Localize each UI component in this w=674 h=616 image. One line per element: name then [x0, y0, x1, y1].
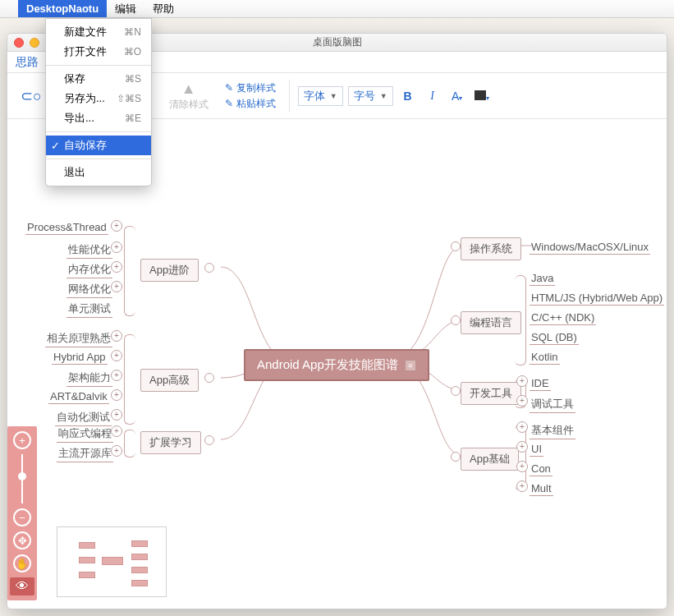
leaf-label: 响应式编程 [58, 427, 112, 439]
node-ext-learn[interactable]: 扩展学习 [140, 431, 201, 454]
node-root[interactable]: Android App开发技能图谱 ≡ [244, 349, 429, 381]
expand-button[interactable]: + [111, 370, 122, 381]
expand-button[interactable]: + [111, 425, 122, 437]
node-port[interactable] [204, 435, 214, 445]
menu-autosave[interactable]: ✓自动保存 [46, 136, 151, 155]
leaf-kotlin[interactable]: Kotlin [530, 351, 560, 365]
tool-clear-style[interactable]: ▲清除样式 [163, 80, 215, 112]
leaf-label: Process&Thread [27, 221, 107, 233]
leaf-perf[interactable]: 性能优化 [66, 242, 112, 259]
menu-help[interactable]: 帮助 [144, 0, 182, 17]
font-select[interactable]: 字体▼ [298, 86, 343, 106]
menu-open-file[interactable]: 打开文件⌘O [46, 42, 151, 62]
zoom-slider[interactable] [21, 454, 23, 503]
leaf-cpp[interactable]: C/C++ (NDK) [530, 311, 596, 325]
shortcut-text: ⌘E [125, 113, 141, 124]
expand-button[interactable]: + [111, 330, 122, 342]
chevron-down-icon: ▼ [330, 92, 337, 100]
node-os[interactable]: 操作系统 [461, 237, 521, 260]
expand-button[interactable]: + [111, 389, 122, 401]
leaf-net[interactable]: 网络优化 [66, 282, 112, 298]
expand-button[interactable]: + [516, 441, 528, 453]
expand-button[interactable]: + [111, 350, 122, 361]
node-port[interactable] [451, 241, 461, 251]
tab-active[interactable]: 思路 [16, 55, 39, 70]
menu-export[interactable]: 导出...⌘E [46, 108, 151, 128]
font-color-button[interactable]: A▾ [447, 90, 467, 103]
leaf-hybrid[interactable]: Hybrid App [52, 351, 108, 365]
tool-node-before[interactable]: ⊂○ [14, 87, 48, 105]
menu-new-file[interactable]: 新建文件⌘N [46, 22, 151, 42]
node-dev-tools[interactable]: 开发工具 [461, 382, 521, 405]
leaf-principle[interactable]: 相关原理熟悉 [45, 331, 112, 347]
leaf-java[interactable]: Java [530, 272, 555, 286]
node-label: App基础 [470, 453, 510, 465]
expand-button[interactable]: + [516, 375, 528, 387]
node-app-senior[interactable]: App高级 [140, 369, 199, 392]
menu-quit-label: 退出 [64, 165, 85, 180]
bold-button[interactable]: B [398, 90, 418, 103]
leaf-label: 调试工具 [531, 398, 574, 410]
leaf-process-thread[interactable]: Process&Thread [25, 221, 108, 235]
expand-button[interactable]: + [516, 395, 528, 407]
expand-button[interactable]: + [516, 461, 528, 472]
minimap[interactable] [57, 526, 167, 597]
tool-paste-style[interactable]: ✎粘贴样式 [225, 97, 276, 111]
font-color-label: A [452, 90, 459, 103]
menu-edit[interactable]: 编辑 [107, 0, 144, 17]
expand-button[interactable]: + [516, 421, 528, 433]
node-port[interactable] [451, 452, 461, 462]
node-port[interactable] [204, 263, 214, 273]
leaf-sql[interactable]: SQL (DB) [530, 331, 579, 345]
expand-button[interactable]: + [111, 281, 122, 292]
leaf-ui[interactable]: UI [530, 443, 543, 457]
node-app-basic[interactable]: App基础 [461, 448, 519, 471]
zoom-slider-knob[interactable] [18, 472, 26, 480]
expand-button[interactable]: + [111, 409, 122, 421]
leaf-arch[interactable]: 架构能力 [66, 370, 112, 387]
zoom-out-button[interactable]: − [13, 508, 31, 526]
hand-button[interactable]: ✋ [13, 554, 31, 572]
expand-button[interactable]: + [111, 445, 122, 457]
leaf-osx[interactable]: Windows/MacOSX/Linux [530, 241, 650, 255]
menu-quit[interactable]: 退出 [46, 163, 151, 182]
tool-copy-style[interactable]: ✎复制样式 [225, 81, 276, 95]
leaf-art[interactable]: ART&Dalvik [48, 390, 109, 404]
menu-save[interactable]: 保存⌘S [46, 69, 151, 89]
leaf-label: Windows/MacOSX/Linux [531, 241, 649, 253]
bracket [124, 226, 135, 316]
expand-button[interactable]: + [111, 261, 122, 273]
leaf-con[interactable]: Con [530, 462, 552, 476]
note-icon[interactable]: ≡ [405, 360, 416, 371]
close-button[interactable] [14, 38, 24, 48]
app-menu[interactable]: DesktopNaotu [18, 0, 107, 17]
expand-button[interactable]: + [111, 241, 122, 253]
expand-button[interactable]: + [111, 220, 122, 232]
size-select[interactable]: 字号▼ [348, 86, 393, 106]
node-port[interactable] [204, 373, 214, 383]
window-title: 桌面版脑图 [313, 35, 362, 49]
leaf-mem[interactable]: 内存优化 [66, 262, 112, 278]
leaf-reactive[interactable]: 响应式编程 [57, 426, 113, 443]
italic-button[interactable]: I [423, 90, 442, 103]
menu-save-as[interactable]: 另存为...⇧⌘S [46, 89, 151, 108]
leaf-html[interactable]: HTML/JS (Hybrid/Web App) [530, 292, 664, 306]
minimize-button[interactable] [30, 38, 39, 48]
leaf-unit[interactable]: 单元测试 [66, 301, 112, 318]
node-lang[interactable]: 编程语言 [461, 311, 521, 334]
leaf-auto[interactable]: 自动化测试 [55, 410, 112, 426]
leaf-mult[interactable]: Mult [530, 482, 553, 496]
preview-toggle[interactable]: 👁 [10, 577, 34, 595]
node-port[interactable] [451, 315, 461, 325]
fill-color-button[interactable]: ▾ [472, 90, 492, 103]
zoom-in-button[interactable]: + [13, 431, 31, 449]
move-button[interactable]: ✥ [13, 531, 31, 549]
mindmap-canvas[interactable]: Android App开发技能图谱 ≡ App进阶 Process&Thread… [7, 119, 667, 609]
leaf-basic-comp[interactable]: 基本组件 [530, 423, 575, 439]
node-app-advance[interactable]: App进阶 [140, 259, 199, 282]
expand-button[interactable]: + [516, 480, 528, 492]
node-port[interactable] [451, 386, 461, 396]
leaf-oss[interactable]: 主流开源库 [57, 446, 113, 462]
leaf-debug[interactable]: 调试工具 [530, 397, 575, 413]
leaf-ide[interactable]: IDE [530, 377, 551, 391]
